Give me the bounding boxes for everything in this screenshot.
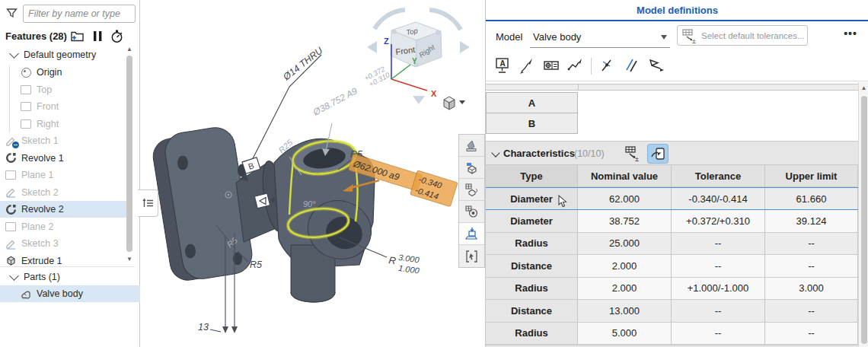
tree-item-front-plane[interactable]: Front	[0, 98, 144, 115]
collapse-chevron-icon[interactable]	[491, 148, 499, 157]
dim-dia14[interactable]: Ø14 THRU	[280, 45, 325, 83]
feature-list-toggle-handle[interactable]	[138, 189, 158, 217]
table-row[interactable]: Radius 2.000 +1.000/-1.000 3.000	[486, 278, 858, 301]
model-dropdown[interactable]: Valve body	[530, 27, 670, 48]
axis-z-label: Z	[384, 37, 389, 46]
column-header-nominal[interactable]: Nominal value	[578, 165, 672, 187]
parallel-dimension-button[interactable]	[621, 55, 642, 76]
plane-icon	[5, 221, 17, 233]
characteristics-table: Type Nominal value Tolerance Upper limit…	[486, 165, 858, 345]
tree-item-plane-2[interactable]: Plane 2	[0, 218, 129, 235]
plane-icon	[20, 100, 32, 113]
model-definitions-panel: Model definitions Model Valve body ± Sel…	[485, 0, 868, 347]
sketch-icon	[5, 237, 17, 250]
feature-filter-input[interactable]	[23, 5, 136, 23]
panel-title: Model definitions	[486, 5, 868, 16]
tree-item-top-plane[interactable]: Top	[0, 81, 144, 98]
chevron-down-icon[interactable]	[459, 100, 465, 104]
part-item-valve-body[interactable]: Valve body	[0, 285, 144, 302]
tree-item-origin[interactable]: Origin	[0, 64, 144, 81]
tree-item-revolve-2[interactable]: Revolve 2	[0, 201, 129, 218]
add-folder-icon[interactable]	[70, 29, 85, 44]
parts-section-header[interactable]: Parts (1)	[0, 269, 139, 285]
rotate-down-icon[interactable]	[413, 96, 425, 104]
cad-app-window: Features (28) Default geometry Origin To…	[0, 0, 868, 347]
toolbar-divider	[591, 58, 592, 75]
scrolled-row-sliver	[486, 84, 858, 91]
tree-item-default-geometry[interactable]: Default geometry	[0, 46, 129, 63]
tree-item-sketch-3[interactable]: Sketch 3	[0, 235, 129, 252]
features-header: Features (28)	[0, 27, 140, 46]
rotate-left-icon[interactable]	[367, 41, 377, 53]
plane-icon	[20, 84, 32, 96]
dim-r5-flange[interactable]: R5	[250, 259, 262, 270]
scroll-down-icon[interactable]: ▼	[124, 256, 135, 263]
graphics-viewport[interactable]: Top Front Right Z X Y	[140, 0, 485, 347]
table-row[interactable]: Distance 13.000 -- --	[486, 300, 858, 323]
bend-note-button[interactable]	[565, 55, 586, 76]
appearance-button[interactable]	[459, 135, 484, 157]
scrollbar-thumb[interactable]	[861, 96, 867, 344]
tolerance-table-icon: ±	[681, 27, 699, 44]
table-row[interactable]: Radius 5.000 -- --	[486, 323, 858, 345]
filter-funnel-icon[interactable]	[5, 7, 18, 22]
table-row[interactable]: Diameter 38.752 +0.372/+0.310 39.124	[486, 210, 858, 233]
overflow-menu-button[interactable]: •••	[838, 27, 863, 44]
view-options-button[interactable]	[444, 97, 465, 110]
view-cube[interactable]: Top Front Right Z X Y	[367, 10, 470, 104]
regenerate-timer-icon[interactable]	[110, 29, 125, 44]
list-icon	[141, 196, 155, 210]
tree-item-sketch-2[interactable]: Sketch 2	[0, 184, 129, 201]
dim-r3[interactable]: R 3.000 1.000	[388, 253, 421, 275]
table-row[interactable]: Distance 2.000 -- --	[486, 255, 858, 278]
section-view-button[interactable]	[459, 201, 484, 223]
pause-rollback-icon[interactable]	[92, 29, 107, 44]
column-header-type[interactable]: Type	[486, 165, 578, 187]
callout-filter-button[interactable]	[459, 245, 484, 267]
characteristics-title: Characteristics	[503, 148, 575, 159]
export-annotations-button[interactable]	[459, 223, 484, 245]
table-row[interactable]: Diameter 62.000 -0.340/-0.414 61.660	[486, 187, 858, 210]
select-default-tolerances-button[interactable]: ± Select default tolerances...	[677, 25, 808, 46]
datum-feature-button[interactable]: A	[492, 55, 512, 76]
suppressed-badge	[12, 142, 19, 148]
dim-dia38[interactable]: Ø38.752 A9 +0.372 +0.310	[311, 64, 391, 118]
tree-item-revolve-1[interactable]: Revolve 1	[0, 150, 129, 167]
datum-row-a[interactable]: A	[486, 92, 578, 113]
tree-item-sketch-1[interactable]: Sketch 1	[0, 132, 129, 149]
dim-len13[interactable]: 13	[198, 322, 209, 333]
column-header-upper[interactable]: Upper limit	[765, 165, 858, 187]
scroll-up-icon[interactable]: ▲	[859, 84, 868, 92]
table-row[interactable]: Radius 25.000 -- --	[486, 233, 858, 256]
tree-scrollbar[interactable]: ▲ ▼	[124, 46, 135, 266]
scroll-up-icon[interactable]: ▲	[124, 46, 135, 53]
geometric-tolerance-button[interactable]	[541, 55, 561, 76]
tolerances-placeholder: Select default tolerances...	[701, 31, 805, 40]
filter-row	[0, 0, 140, 27]
flange-hole	[185, 244, 196, 259]
chevron-down-icon[interactable]	[9, 49, 19, 59]
annotation-plane-button[interactable]	[459, 157, 484, 179]
annotation-tool-strip	[458, 134, 485, 268]
tree-item-right-plane[interactable]: Right	[0, 116, 144, 132]
dim-angle90[interactable]: 90°	[303, 199, 316, 209]
sketch-icon	[5, 135, 17, 147]
apply-tolerances-icon[interactable]: ±	[623, 145, 643, 163]
chevron-down-icon[interactable]	[9, 271, 19, 281]
datum-target-button[interactable]	[646, 55, 666, 76]
export-characteristics-button[interactable]	[647, 144, 669, 164]
dimension-leader-button[interactable]	[516, 55, 537, 76]
intersection-dimension-button[interactable]	[597, 55, 617, 76]
rotate-right-icon[interactable]	[460, 41, 470, 53]
tree-item-plane-1[interactable]: Plane 1	[0, 167, 129, 183]
characteristics-count: (10/10)	[574, 148, 605, 159]
rotate-annotation-plane-button[interactable]	[459, 179, 484, 201]
scrollbar-thumb[interactable]	[126, 56, 132, 252]
axis-x-label: X	[431, 89, 437, 98]
parts-separator	[0, 266, 135, 267]
column-divider	[578, 84, 579, 91]
panel-scrollbar[interactable]: ▲	[858, 82, 868, 347]
column-header-tolerance[interactable]: Tolerance	[672, 165, 765, 187]
datum-row-b[interactable]: B	[486, 113, 578, 134]
scene-svg: Top Front Right Z X Y	[140, 0, 485, 347]
